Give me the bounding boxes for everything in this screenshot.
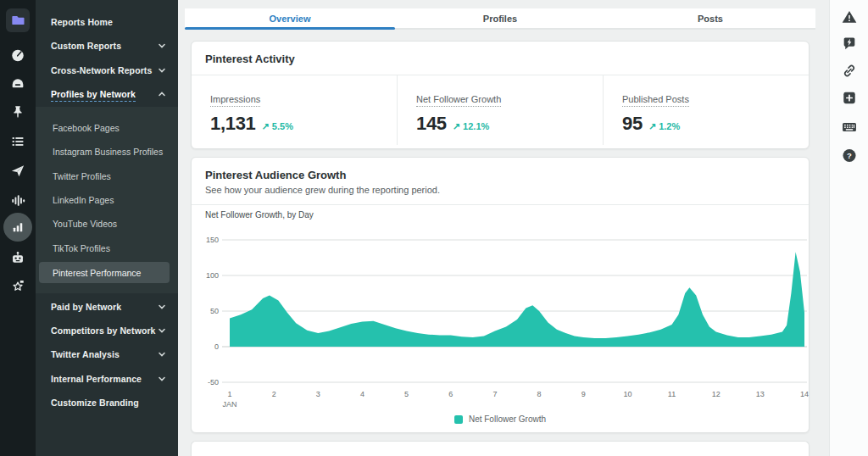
chevron-down-icon [158, 350, 166, 359]
message-bolt-icon[interactable] [841, 36, 857, 52]
sidebar-item-label: Profiles by Network [51, 89, 136, 102]
chevron-down-icon [158, 326, 166, 335]
sidebar-item-pinterest-performance-selected[interactable]: Pinterest Performance [39, 262, 170, 283]
metric-value: 95 [622, 113, 643, 135]
metric-label[interactable]: Impressions [210, 94, 260, 107]
sidebar-item-facebook-pages[interactable]: Facebook Pages [36, 118, 178, 138]
next-card-partial [191, 441, 810, 456]
legend-swatch [454, 415, 463, 424]
x-axis-tick-label: 11 [668, 390, 676, 398]
bot-icon [10, 250, 26, 266]
bar-chart-icon[interactable] [3, 213, 32, 242]
chevron-down-icon [158, 303, 166, 311]
chevron-down-icon [158, 42, 166, 50]
tab-posts[interactable]: Posts [605, 8, 815, 28]
sidebar-item-custom-reports[interactable]: Custom Reports [36, 36, 178, 56]
app-window: Reports Home Custom Reports Cross-Networ… [0, 0, 868, 456]
folder-icon [9, 12, 26, 29]
main-content: Overview Profiles Posts Pinterest Activi… [178, 0, 829, 456]
x-axis-tick-label: 12 [712, 390, 721, 398]
sidebar-item-label: LinkedIn Pages [53, 195, 114, 205]
pushpin-icon [10, 104, 25, 120]
link-icon[interactable] [841, 63, 857, 79]
trend-up-icon: ↗ [262, 121, 270, 131]
sidebar-item-label: Facebook Pages [53, 123, 120, 133]
y-axis-tick-label: 100 [206, 271, 219, 280]
bar-chart-icon [10, 220, 25, 235]
metric-value: 145 [416, 113, 447, 135]
left-icon-rail [0, 0, 36, 456]
tab-overview[interactable]: Overview [185, 8, 395, 28]
reports-sidebar: Reports Home Custom Reports Cross-Networ… [36, 0, 178, 456]
help-circle-icon[interactable]: ? [841, 147, 857, 164]
paper-plane-icon[interactable] [10, 163, 26, 179]
sidebar-item-label: Twitter Analysis [51, 349, 158, 359]
waveform-icon [10, 192, 26, 209]
sidebar-item-label: YouTube Videos [53, 219, 117, 229]
speedometer-icon[interactable] [10, 47, 26, 64]
add-square-icon[interactable] [841, 90, 857, 106]
inbox-icon[interactable] [10, 75, 26, 92]
x-axis-tick-label: 6 [448, 390, 453, 398]
star-flag-icon [10, 279, 26, 295]
x-axis-tick-label: 8 [537, 390, 542, 398]
sidebar-item-cross-network-reports[interactable]: Cross-Network Reports [36, 60, 178, 81]
metric-published-posts: Published Posts 95 ↗ 1.2% [603, 75, 809, 145]
trend-up-icon: ↗ [453, 121, 460, 131]
alert-triangle-icon[interactable] [841, 8, 858, 25]
y-axis-tick-label: -50 [208, 378, 219, 386]
sidebar-item-tiktok-profiles[interactable]: TikTok Profiles [36, 238, 178, 259]
sidebar-item-competitors-by-network[interactable]: Competitors by Network [36, 320, 178, 341]
star-flag-icon[interactable] [10, 279, 26, 295]
x-axis-tick-label: 4 [360, 390, 364, 398]
x-axis-tick-label: 2 [272, 390, 276, 398]
sidebar-item-twitter-analysis[interactable]: Twitter Analysis [36, 344, 178, 364]
svg-text:?: ? [847, 151, 852, 160]
sidebar-item-profiles-by-network[interactable]: Profiles by Network [36, 84, 178, 104]
sidebar-item-reports-home[interactable]: Reports Home [36, 12, 178, 32]
feed-list-icon[interactable] [10, 134, 25, 149]
y-axis-tick-label: 150 [206, 236, 219, 244]
chevron-up-icon [158, 90, 166, 98]
sidebar-item-instagram-business-profiles[interactable]: Instagram Business Profiles [36, 142, 178, 162]
pinterest-audience-growth-card: Pinterest Audience Growth See how your a… [191, 157, 810, 433]
sidebar-item-label: Custom Reports [51, 41, 158, 51]
sidebar-item-label: Competitors by Network [51, 325, 158, 336]
metrics-row: Impressions 1,131 ↗ 5.5% Net Follower Gr… [192, 75, 809, 145]
keyboard-icon[interactable] [841, 119, 858, 136]
sidebar-item-internal-performance[interactable]: Internal Performance [36, 369, 178, 389]
chevron-down-icon [158, 375, 166, 383]
sidebar-item-youtube-videos[interactable]: YouTube Videos [36, 214, 178, 234]
card-title: Pinterest Audience Growth [205, 169, 795, 181]
paper-plane-icon [10, 163, 26, 179]
tab-profiles[interactable]: Profiles [395, 8, 605, 28]
sidebar-item-label: TikTok Profiles [53, 243, 110, 253]
audience-growth-chart[interactable]: 150100500-501JAN234567891011121314 [198, 224, 810, 412]
area-series-net-follower-growth[interactable] [230, 252, 804, 347]
x-axis-tick-label: 10 [623, 390, 632, 398]
report-tabs: Overview Profiles Posts [185, 8, 815, 30]
card-header: Pinterest Activity [192, 42, 809, 75]
pinterest-activity-card: Pinterest Activity Impressions 1,131 ↗ 5… [191, 41, 810, 149]
x-axis-month-label: JAN [222, 400, 236, 409]
sidebar-item-linkedin-pages[interactable]: LinkedIn Pages [36, 190, 178, 210]
x-axis-tick-label: 7 [492, 390, 497, 398]
metric-impressions: Impressions 1,131 ↗ 5.5% [192, 75, 397, 145]
folder-icon[interactable] [6, 8, 30, 32]
legend-label[interactable]: Net Follower Growth [469, 414, 546, 424]
x-axis-tick-label: 13 [756, 390, 765, 398]
bot-icon[interactable] [10, 250, 26, 266]
metric-label[interactable]: Net Follower Growth [416, 94, 501, 107]
x-axis-tick-label: 9 [581, 390, 586, 398]
sidebar-item-twitter-profiles[interactable]: Twitter Profiles [36, 166, 178, 186]
metric-delta: ↗ 1.2% [648, 121, 680, 132]
metric-delta: ↗ 12.1% [453, 121, 489, 132]
feed-list-icon [10, 134, 25, 149]
sidebar-item-customize-branding[interactable]: Customize Branding [36, 392, 178, 413]
metric-delta: ↗ 5.5% [262, 121, 293, 132]
right-icon-rail: ? [829, 0, 868, 456]
metric-label[interactable]: Published Posts [622, 94, 689, 107]
waveform-icon[interactable] [10, 192, 26, 209]
pushpin-icon[interactable] [10, 104, 25, 120]
sidebar-item-paid-by-network[interactable]: Paid by Network [36, 297, 178, 317]
